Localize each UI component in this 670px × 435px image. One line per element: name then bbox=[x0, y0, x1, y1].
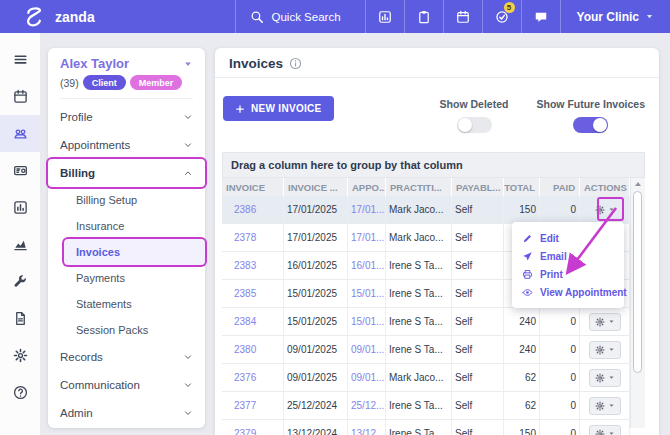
client-header: Alex Taylor (39) Client Member bbox=[48, 48, 205, 99]
column-header[interactable]: APPO... bbox=[348, 178, 386, 196]
top-bar-shortcut[interactable] bbox=[365, 0, 404, 33]
group-by-drop-zone[interactable]: Drag a column here to group by that colu… bbox=[222, 152, 645, 178]
appointment-link[interactable]: 17/01... bbox=[348, 224, 386, 251]
actions-cell bbox=[580, 420, 630, 435]
info-icon[interactable] bbox=[289, 57, 302, 70]
sidebar-item-admin[interactable]: Admin bbox=[48, 399, 205, 427]
invoice-number-link[interactable]: 2384 bbox=[222, 308, 284, 335]
row-actions-button[interactable] bbox=[589, 397, 621, 415]
rail-item[interactable] bbox=[0, 300, 40, 337]
show-future-invoices-toggle[interactable] bbox=[573, 117, 608, 133]
paid-cell: 0 bbox=[540, 364, 580, 391]
row-actions-button[interactable] bbox=[589, 425, 621, 435]
rail-item-icon bbox=[13, 200, 28, 215]
sidebar-item-billing[interactable]: Billing bbox=[48, 159, 205, 187]
rail-item[interactable] bbox=[0, 263, 40, 300]
sidebar-item-communication[interactable]: Communication bbox=[48, 371, 205, 399]
row-actions-button[interactable] bbox=[593, 201, 617, 219]
sidebar-subitem[interactable]: Insurance bbox=[64, 213, 205, 239]
appointment-link[interactable]: 09/01... bbox=[348, 336, 386, 363]
sidebar-item-profile[interactable]: Profile bbox=[48, 103, 205, 131]
actions-cell bbox=[580, 392, 630, 419]
sidebar-subitem[interactable]: Invoices bbox=[64, 239, 205, 265]
quick-search[interactable]: Quick Search bbox=[235, 0, 365, 33]
top-bar-shortcut[interactable] bbox=[443, 0, 482, 33]
rail-item-icon bbox=[13, 311, 28, 326]
menu-item[interactable]: Print bbox=[512, 265, 624, 283]
rail-item[interactable] bbox=[0, 189, 40, 226]
appointment-link[interactable]: 25/12... bbox=[348, 392, 386, 419]
appointment-link[interactable]: 09/01... bbox=[348, 364, 386, 391]
top-bar-shortcut[interactable] bbox=[404, 0, 443, 33]
row-actions-button[interactable] bbox=[589, 341, 621, 359]
appointment-link[interactable]: 13/12... bbox=[348, 420, 386, 435]
appointment-link[interactable]: 15/01... bbox=[348, 308, 386, 335]
clinic-menu[interactable]: Your Clinic bbox=[560, 0, 670, 33]
appointment-link[interactable]: 17/01... bbox=[348, 196, 386, 223]
rail-item[interactable] bbox=[0, 78, 40, 115]
menu-item-icon bbox=[522, 269, 533, 280]
payable-cell: Self bbox=[452, 336, 504, 363]
column-header[interactable]: PRACTITI... bbox=[386, 178, 452, 196]
invoice-number-link[interactable]: 2379 bbox=[222, 420, 284, 435]
sidebar-item-appointments[interactable]: Appointments bbox=[48, 131, 205, 159]
chevron-down-icon bbox=[183, 112, 193, 122]
invoice-number-link[interactable]: 2377 bbox=[222, 392, 284, 419]
invoice-number-link[interactable]: 2386 bbox=[222, 196, 284, 223]
rail-item[interactable] bbox=[0, 374, 40, 411]
sidebar-subitem-label: Insurance bbox=[76, 220, 124, 232]
appointment-link[interactable]: 16/01... bbox=[348, 252, 386, 279]
row-actions-button[interactable] bbox=[589, 313, 621, 331]
top-bar-actions: Quick Search bbox=[235, 0, 670, 33]
top-bar-shortcut[interactable]: 5 bbox=[482, 0, 521, 33]
column-header[interactable]: PAID bbox=[540, 178, 580, 196]
menu-item-icon bbox=[522, 233, 533, 244]
rail-item[interactable] bbox=[0, 115, 40, 152]
column-header[interactable]: ACTIONS bbox=[580, 178, 630, 196]
rail-item[interactable] bbox=[0, 337, 40, 374]
sidebar-subitem[interactable]: Payments bbox=[64, 265, 205, 291]
menu-item[interactable]: Edit bbox=[512, 229, 624, 247]
gear-icon bbox=[595, 317, 605, 327]
toggle-knob bbox=[458, 118, 472, 132]
row-actions-button[interactable] bbox=[589, 369, 621, 387]
top-bar: zanda Quick Search bbox=[0, 0, 670, 33]
rail-item[interactable] bbox=[0, 41, 40, 78]
column-header[interactable]: PAYABL... bbox=[452, 178, 504, 196]
sidebar-subitem[interactable]: Statements bbox=[64, 291, 205, 317]
appointment-link[interactable]: 15/01... bbox=[348, 280, 386, 307]
invoice-number-link[interactable]: 2376 bbox=[222, 364, 284, 391]
invoice-number-link[interactable]: 2383 bbox=[222, 252, 284, 279]
rail-item[interactable] bbox=[0, 226, 40, 263]
new-invoice-button[interactable]: NEW INVOICE bbox=[223, 96, 334, 121]
column-header[interactable]: INVOICE bbox=[222, 178, 284, 196]
payable-cell: Self bbox=[452, 392, 504, 419]
scrollbar-thumb[interactable] bbox=[633, 191, 642, 373]
sidebar-item-records[interactable]: Records bbox=[48, 343, 205, 371]
scrollbar-up-arrow[interactable] bbox=[631, 178, 645, 190]
notification-badge: 5 bbox=[504, 2, 515, 13]
show-deleted-toggle[interactable] bbox=[457, 117, 492, 133]
top-bar-shortcut[interactable] bbox=[521, 0, 560, 33]
rail-item-icon bbox=[13, 89, 28, 104]
rail-item[interactable] bbox=[0, 152, 40, 189]
sidebar-subitem[interactable]: Session Packs bbox=[64, 317, 205, 343]
invoice-number-link[interactable]: 2380 bbox=[222, 336, 284, 363]
sidebar-subitem[interactable]: Billing Setup bbox=[64, 187, 205, 213]
invoice-number-link[interactable]: 2378 bbox=[222, 224, 284, 251]
column-header[interactable]: TOTAL bbox=[504, 178, 540, 196]
invoice-number-link[interactable]: 2385 bbox=[222, 280, 284, 307]
zanda-logo-icon bbox=[20, 5, 48, 29]
gear-icon bbox=[595, 429, 605, 435]
total-cell: 62 bbox=[504, 392, 540, 419]
brand-logo[interactable]: zanda bbox=[0, 0, 95, 33]
menu-item[interactable]: Email bbox=[512, 247, 624, 265]
paid-cell: 0 bbox=[540, 308, 580, 335]
chevron-down-icon bbox=[183, 380, 193, 390]
actions-cell bbox=[580, 308, 630, 335]
menu-item[interactable]: View Appointment bbox=[512, 283, 624, 301]
client-name-dropdown[interactable]: Alex Taylor bbox=[60, 56, 193, 71]
top-bar-shortcut-icon bbox=[534, 10, 548, 24]
gear-icon bbox=[595, 401, 605, 411]
column-header[interactable]: INVOICE ... bbox=[284, 178, 348, 196]
